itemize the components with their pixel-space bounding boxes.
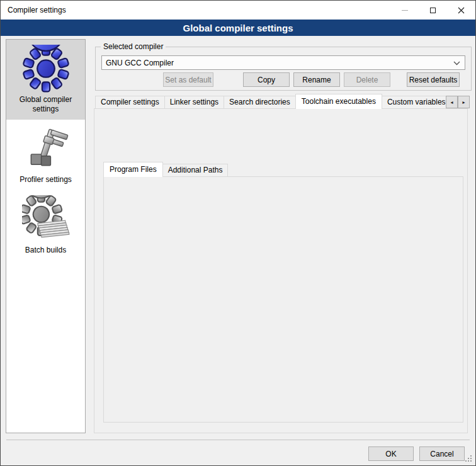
minimize-button[interactable] [390, 1, 419, 20]
close-icon [458, 7, 465, 14]
tab-toolchain-executables[interactable]: Toolchain executables [295, 94, 382, 109]
sidebar-item-label: Batch builds [25, 246, 66, 255]
tab-linker-settings[interactable]: Linker settings [164, 96, 224, 109]
rename-button[interactable]: Rename [293, 72, 340, 87]
tabs-scroll-left-button[interactable]: ◂ [446, 96, 458, 108]
copy-button[interactable]: Copy [243, 72, 290, 87]
subtab-program-files[interactable]: Program Files [103, 162, 163, 177]
titlebar: Compiler settings [1, 1, 475, 20]
ok-button[interactable]: OK [368, 446, 414, 461]
set-as-default-button: Set as default [163, 72, 213, 87]
gear-stack-icon [22, 195, 70, 243]
footer-divider [6, 440, 470, 440]
compiler-select-value: GNU GCC Compiler [106, 59, 174, 67]
compiler-settings-dialog: Compiler settings Global compiler settin… [0, 0, 476, 466]
selected-compiler-group-label: Selected compiler [101, 42, 166, 51]
window-title: Compiler settings [8, 6, 66, 14]
subtab-additional-paths[interactable]: Additional Paths [162, 164, 229, 177]
cancel-button[interactable]: Cancel [419, 446, 465, 461]
sidebar-item-label: Profiler settings [20, 175, 72, 185]
reset-defaults-button[interactable]: Reset defaults [407, 72, 460, 87]
maximize-button[interactable] [419, 1, 447, 20]
compiler-select[interactable]: GNU GCC Compiler [101, 55, 465, 70]
tab-search-directories[interactable]: Search directories [224, 96, 296, 109]
tabs-scroll-right-button[interactable]: ▸ [458, 96, 470, 108]
chevron-down-icon [453, 61, 460, 65]
minimize-icon [402, 10, 408, 11]
tab-custom-variables[interactable]: Custom variables [382, 96, 446, 109]
delete-button: Delete [344, 72, 390, 87]
window-controls [390, 1, 475, 20]
program-files-panel [103, 176, 463, 423]
compiler-actions-row: Set as default Copy Rename Delete Reset … [95, 72, 472, 87]
caliper-icon [22, 125, 70, 173]
maximize-icon [430, 8, 436, 13]
sidebar-item-label: Global compiler settings [8, 95, 84, 114]
tab-compiler-settings[interactable]: Compiler settings [95, 96, 165, 109]
sidebar-item-batch-builds[interactable]: Batch builds [6, 190, 85, 261]
sidebar-item-profiler-settings[interactable]: Profiler settings [6, 120, 85, 190]
dialog-header: Global compiler settings [1, 20, 475, 36]
resize-grip[interactable] [465, 455, 467, 457]
sidebar-item-global-compiler-settings[interactable]: Global compiler settings [6, 40, 85, 120]
compiler-tabs: Compiler settings Linker settings Search… [95, 93, 446, 109]
close-button[interactable] [447, 1, 475, 20]
settings-category-list: Global compiler settings [6, 39, 86, 433]
page-title: Global compiler settings [183, 23, 293, 33]
gear-blue-icon [22, 45, 70, 93]
